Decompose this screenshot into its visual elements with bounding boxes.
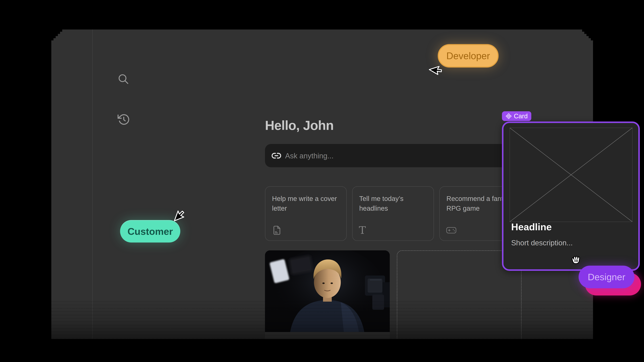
ai-card-description: Dive into the fascinating world of felin… <box>272 353 389 362</box>
search-button[interactable] <box>117 73 129 85</box>
selected-card-component[interactable]: Headline Short description... <box>502 121 640 271</box>
image-placeholder <box>510 128 632 222</box>
ask-bar[interactable] <box>265 144 521 167</box>
content-row: AI Characters Dive into the fascinating … <box>265 250 522 362</box>
ai-card-title: AI Characters <box>272 341 322 350</box>
link-icon <box>272 152 281 159</box>
ai-characters-card[interactable]: AI Characters Dive into the fascinating … <box>265 250 390 362</box>
card-headline: Headline <box>511 221 552 232</box>
canvas: Hello, John Help me write a coverletter <box>0 0 644 362</box>
customer-label: Customer <box>128 226 173 237</box>
history-button[interactable] <box>117 113 130 126</box>
ai-characters-photo <box>265 250 390 332</box>
history-icon <box>117 113 130 126</box>
designer-label: Designer <box>588 272 625 282</box>
text-icon: T <box>359 225 369 236</box>
suggestion-card-headlines[interactable]: Tell me today’sheadlines T <box>352 186 434 241</box>
search-icon <box>117 73 129 85</box>
suggestion-card-cover-letter[interactable]: Help me write a coverletter <box>265 186 347 241</box>
suggestion-row: Help me write a coverletter Tell me toda… <box>265 186 521 241</box>
component-label-badge[interactable]: Card <box>502 111 531 121</box>
developer-cursor-badge: Developer <box>438 44 498 67</box>
developer-label: Developer <box>446 50 490 61</box>
ask-input[interactable] <box>285 144 495 168</box>
greeting-heading: Hello, John <box>265 118 334 133</box>
customer-cursor-badge: Customer <box>120 220 180 243</box>
card-description: Short description... <box>511 239 573 247</box>
sidebar-divider <box>92 29 92 339</box>
component-diamonds-icon <box>506 113 512 119</box>
suggestion-label: Help me write a coverletter <box>272 194 340 213</box>
gamepad-icon <box>446 225 456 236</box>
document-icon <box>272 225 282 236</box>
component-badge-label: Card <box>514 113 528 120</box>
suggestion-label: Tell me today’sheadlines <box>359 194 427 213</box>
designer-cursor-badge: Designer <box>578 266 634 288</box>
